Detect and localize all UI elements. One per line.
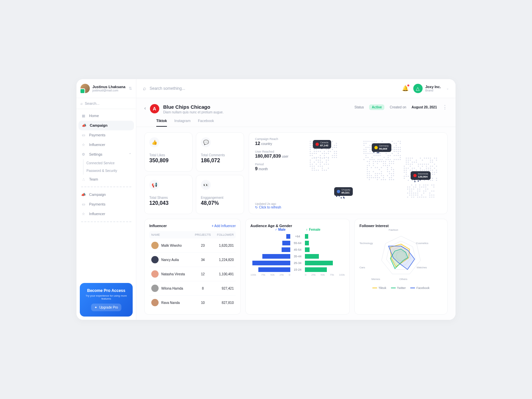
svg-point-30 bbox=[318, 157, 319, 158]
sidebar-item-home[interactable]: ▦Home bbox=[76, 111, 136, 121]
svg-point-63 bbox=[332, 147, 333, 148]
svg-point-392 bbox=[426, 164, 427, 165]
svg-point-35 bbox=[320, 155, 321, 156]
svg-point-446 bbox=[411, 189, 412, 190]
map-pin-indonesia[interactable]: Indonesia120,904 bbox=[411, 171, 431, 180]
notifications-button[interactable]: 🔔 bbox=[402, 85, 409, 91]
svg-point-105 bbox=[320, 164, 321, 165]
svg-point-235 bbox=[400, 159, 401, 160]
svg-point-262 bbox=[375, 173, 376, 174]
svg-point-96 bbox=[316, 164, 317, 165]
svg-point-445 bbox=[411, 185, 412, 186]
sidebar-item-settings[interactable]: ⚙Settings⌃ bbox=[76, 150, 136, 159]
refresh-button[interactable]: ↻Click to refresh bbox=[255, 205, 302, 209]
svg-point-116 bbox=[326, 162, 327, 163]
campaign-title: Blue Chips Chicago bbox=[163, 104, 224, 110]
svg-point-168 bbox=[375, 155, 376, 156]
svg-point-227 bbox=[398, 159, 399, 160]
sidebar-secondary-influencer[interactable]: ☆Influencer bbox=[76, 209, 136, 219]
created-date: August 20, 2021 bbox=[412, 105, 437, 109]
svg-point-478 bbox=[425, 185, 426, 186]
svg-point-233 bbox=[400, 155, 401, 156]
world-map: Canada87,142 Germany90,069 Indonesia120,… bbox=[307, 137, 441, 209]
svg-point-174 bbox=[378, 155, 379, 156]
svg-point-309 bbox=[391, 175, 392, 176]
map-pin-uruguay[interactable]: Uruguay85,321 bbox=[334, 187, 353, 196]
svg-point-156 bbox=[373, 141, 374, 142]
svg-point-324 bbox=[404, 178, 405, 179]
global-search[interactable]: ⌕ Search something... bbox=[143, 85, 397, 91]
map-pin-germany[interactable]: Germany90,069 bbox=[372, 143, 391, 152]
svg-point-164 bbox=[373, 159, 374, 160]
svg-point-238 bbox=[367, 167, 368, 168]
svg-point-266 bbox=[377, 163, 378, 164]
svg-point-448 bbox=[411, 193, 412, 194]
svg-point-410 bbox=[430, 166, 431, 167]
sidebar-sub-connected-service[interactable]: Connected Service bbox=[76, 159, 136, 167]
table-row[interactable]: Nancy Aulia341,224,820 bbox=[149, 253, 236, 267]
svg-point-125 bbox=[363, 145, 364, 146]
sidebar-sub-password-security[interactable]: Password & Security bbox=[76, 167, 136, 175]
brand-switcher[interactable]: △ Joxy Inc. Brand ⌄ bbox=[413, 84, 449, 93]
sparkle-icon: ✦ bbox=[94, 306, 97, 309]
svg-point-463 bbox=[417, 195, 418, 196]
sidebar-item-payments[interactable]: ▭Payments bbox=[76, 130, 136, 140]
svg-point-470 bbox=[421, 187, 422, 188]
table-row[interactable]: Wilona Hamda8927,421 bbox=[149, 281, 236, 296]
svg-point-69 bbox=[334, 151, 335, 152]
svg-point-234 bbox=[400, 157, 401, 158]
search-icon: ⌕ bbox=[80, 101, 83, 105]
svg-point-452 bbox=[413, 189, 414, 190]
map-pin-canada[interactable]: Canada87,142 bbox=[313, 140, 331, 149]
svg-point-70 bbox=[334, 153, 335, 154]
svg-point-464 bbox=[417, 197, 418, 198]
svg-point-455 bbox=[413, 197, 414, 198]
tab-tiktok[interactable]: Tiktok bbox=[156, 119, 167, 127]
profile-switcher[interactable]: Justinus Lhaksana justinusl@mail.com ⇅ bbox=[76, 79, 136, 98]
svg-point-385 bbox=[424, 158, 425, 159]
svg-point-103 bbox=[320, 160, 321, 161]
avatar bbox=[151, 270, 159, 278]
svg-point-18 bbox=[314, 153, 315, 154]
svg-point-479 bbox=[425, 187, 426, 188]
svg-point-206 bbox=[392, 149, 393, 150]
flag-icon bbox=[337, 190, 340, 193]
sidebar-item-team[interactable]: ⛬Team bbox=[76, 175, 136, 184]
sidebar-secondary-payments[interactable]: ▭Payments bbox=[76, 200, 136, 209]
svg-point-140 bbox=[367, 153, 368, 154]
sidebar-secondary-campaign[interactable]: 📣Campaign bbox=[76, 190, 136, 200]
table-row[interactable]: Rava Nanda10827,810 bbox=[149, 296, 236, 310]
svg-point-83 bbox=[310, 166, 311, 167]
sidebar: Justinus Lhaksana justinusl@mail.com ⇅ ⌕… bbox=[76, 79, 136, 320]
tab-facebook[interactable]: Facebook bbox=[198, 119, 214, 127]
upgrade-pro-button[interactable]: ✦Upgrade Pro bbox=[91, 304, 121, 311]
svg-point-203 bbox=[390, 155, 391, 156]
table-row[interactable]: Malik Wiwoho231,620,201 bbox=[149, 238, 236, 253]
add-influencer-button[interactable]: + Add Influencer bbox=[211, 224, 236, 228]
tab-instagram[interactable]: Instagram bbox=[174, 119, 191, 127]
back-button[interactable]: ‹ bbox=[144, 104, 146, 111]
table-row[interactable]: Natasha Viresta121,100,491 bbox=[149, 267, 236, 281]
svg-point-283 bbox=[383, 163, 384, 164]
svg-point-109 bbox=[322, 166, 323, 167]
svg-point-215 bbox=[396, 145, 397, 146]
svg-point-99 bbox=[318, 162, 319, 163]
svg-point-108 bbox=[322, 162, 323, 163]
svg-point-429 bbox=[436, 158, 437, 159]
more-menu-button[interactable]: ⋮ bbox=[442, 104, 448, 110]
comment-icon: 💬 bbox=[201, 137, 211, 147]
svg-point-287 bbox=[383, 179, 384, 180]
svg-point-437 bbox=[407, 189, 408, 190]
svg-point-74 bbox=[336, 145, 337, 146]
svg-point-291 bbox=[385, 179, 386, 180]
svg-point-323 bbox=[404, 176, 405, 177]
platform-tabs: Tiktok Instagram Facebook bbox=[136, 114, 456, 127]
megaphone-icon: 📣 bbox=[82, 123, 86, 128]
sidebar-search[interactable]: ⌕ Search... bbox=[76, 98, 136, 109]
brand-logo-icon: △ bbox=[413, 84, 423, 93]
svg-point-281 bbox=[381, 179, 382, 180]
svg-point-421 bbox=[432, 174, 433, 175]
team-icon: ⛬ bbox=[81, 177, 86, 181]
sidebar-item-influencer[interactable]: ☆Influencer bbox=[76, 140, 136, 150]
sidebar-item-campaign[interactable]: 📣Campaign bbox=[78, 121, 134, 130]
